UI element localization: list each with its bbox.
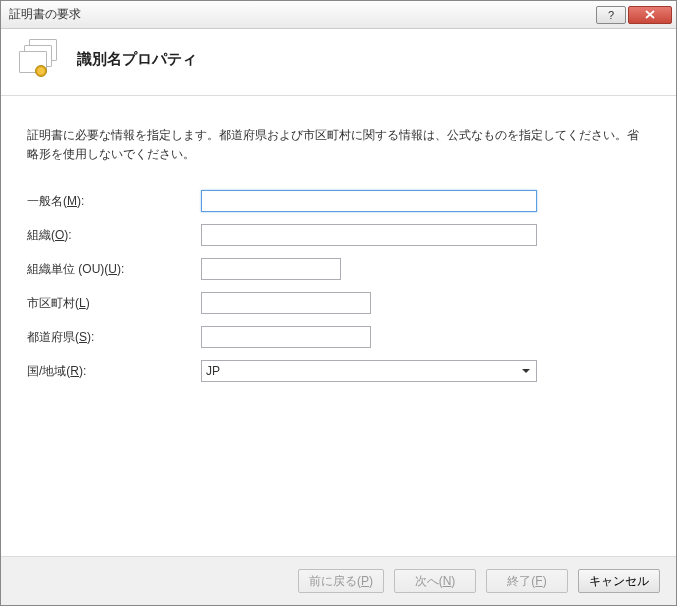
label-country: 国/地域(R): bbox=[27, 363, 201, 380]
label-common-name: 一般名(M): bbox=[27, 193, 201, 210]
organization-input[interactable] bbox=[201, 224, 537, 246]
state-input[interactable] bbox=[201, 326, 371, 348]
close-button[interactable] bbox=[628, 6, 672, 24]
dialog-header: 識別名プロパティ bbox=[1, 29, 676, 96]
cancel-button[interactable]: キャンセル bbox=[578, 569, 660, 593]
finish-button[interactable]: 終了(F) bbox=[486, 569, 568, 593]
row-organization: 組織(O): bbox=[27, 224, 650, 246]
org-unit-input[interactable] bbox=[201, 258, 341, 280]
help-button[interactable]: ? bbox=[596, 6, 626, 24]
dialog-content: 証明書に必要な情報を指定します。都道府県および市区町村に関する情報は、公式なもの… bbox=[1, 96, 676, 556]
row-common-name: 一般名(M): bbox=[27, 190, 650, 212]
country-value: JP bbox=[206, 364, 522, 378]
city-input[interactable] bbox=[201, 292, 371, 314]
row-state: 都道府県(S): bbox=[27, 326, 650, 348]
next-button[interactable]: 次へ(N) bbox=[394, 569, 476, 593]
label-organization: 組織(O): bbox=[27, 227, 201, 244]
description-text: 証明書に必要な情報を指定します。都道府県および市区町村に関する情報は、公式なもの… bbox=[27, 126, 650, 164]
row-org-unit: 組織単位 (OU)(U): bbox=[27, 258, 650, 280]
titlebar: 証明書の要求 ? bbox=[1, 1, 676, 29]
close-icon bbox=[645, 10, 655, 19]
common-name-input[interactable] bbox=[201, 190, 537, 212]
back-button[interactable]: 前に戻る(P) bbox=[298, 569, 384, 593]
label-city: 市区町村(L) bbox=[27, 295, 201, 312]
dialog-window: 証明書の要求 ? 識別名プロパティ 証明書に必要な情報を指定します。都道府県およ… bbox=[0, 0, 677, 606]
certificate-icon bbox=[19, 39, 63, 79]
dialog-footer: 前に戻る(P) 次へ(N) 終了(F) キャンセル bbox=[1, 556, 676, 605]
page-title: 識別名プロパティ bbox=[77, 50, 197, 69]
label-org-unit: 組織単位 (OU)(U): bbox=[27, 261, 201, 278]
country-select[interactable]: JP bbox=[201, 360, 537, 382]
chevron-down-icon bbox=[522, 369, 530, 373]
label-state: 都道府県(S): bbox=[27, 329, 201, 346]
row-country: 国/地域(R): JP bbox=[27, 360, 650, 382]
row-city: 市区町村(L) bbox=[27, 292, 650, 314]
titlebar-buttons: ? bbox=[596, 6, 672, 24]
window-title: 証明書の要求 bbox=[9, 6, 596, 23]
